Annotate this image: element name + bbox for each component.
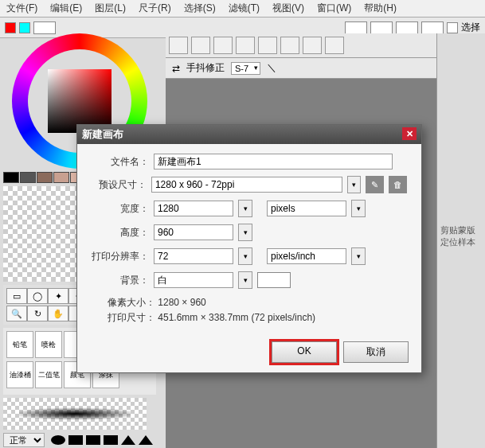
palette-swatch[interactable] <box>20 172 36 183</box>
brush-airbrush[interactable]: 喷枪 <box>35 331 62 358</box>
stabilize-dropdown[interactable]: S-7 <box>231 62 260 75</box>
res-label: 打印分辨率： <box>92 250 149 263</box>
preset-label: 预设尺寸： <box>92 178 147 192</box>
tool-lasso[interactable]: ◯ <box>27 288 48 304</box>
clip-mask-label: 剪贴蒙版 <box>440 224 482 236</box>
filename-input[interactable] <box>154 154 393 169</box>
wbtn-8[interactable] <box>325 37 344 54</box>
res-input[interactable] <box>154 248 233 264</box>
preset-dropdown-icon[interactable]: ▾ <box>347 176 361 193</box>
width-label: 宽度： <box>92 202 149 216</box>
ok-button[interactable]: OK <box>272 341 337 363</box>
brush-bucket[interactable]: 油漆桶 <box>6 361 33 388</box>
bg-color-swatch[interactable] <box>257 272 291 288</box>
width-unit-dropdown-icon[interactable]: ▾ <box>351 200 366 217</box>
select-checkbox[interactable] <box>447 22 458 33</box>
dialog-titlebar[interactable]: 新建画布 ✕ <box>77 125 421 144</box>
wbtn-6[interactable] <box>280 37 299 54</box>
height-spin-icon[interactable]: ▾ <box>238 224 252 241</box>
brush-binary[interactable]: 二值笔 <box>35 361 62 388</box>
unit-label: 定位样本 <box>440 236 482 248</box>
shape-2[interactable] <box>68 435 83 445</box>
shape-5[interactable] <box>121 435 135 445</box>
palette-swatch[interactable] <box>3 172 19 183</box>
preset-1[interactable] <box>345 21 367 34</box>
printsize-value: 451.6mm × 338.7mm (72 pixels/inch) <box>158 312 315 323</box>
menu-help[interactable]: 帮助(H) <box>364 2 397 15</box>
tool-rect-select[interactable]: ▭ <box>6 288 27 304</box>
right-panel: 剪贴蒙版 定位样本 <box>436 33 485 448</box>
bg-input[interactable] <box>154 272 233 288</box>
blend-mode[interactable]: 正常 <box>3 433 45 447</box>
res-spin-icon[interactable]: ▾ <box>238 247 252 265</box>
brush-pencil[interactable]: 铅笔 <box>6 331 33 358</box>
wbtn-1[interactable] <box>169 37 188 54</box>
width-unit-input[interactable] <box>267 201 346 216</box>
stabilize-label: 手抖修正 <box>186 61 225 75</box>
preset-3[interactable] <box>396 21 418 34</box>
menu-filter[interactable]: 滤镜(T) <box>229 2 260 15</box>
height-input[interactable] <box>154 224 233 240</box>
line-icon[interactable]: ＼ <box>267 61 276 75</box>
nav-left-icon[interactable]: ⇄ <box>172 63 180 74</box>
menu-layer[interactable]: 图层(L) <box>95 2 126 15</box>
wbtn-2[interactable] <box>191 37 210 54</box>
res-unit-dropdown-icon[interactable]: ▾ <box>351 247 366 265</box>
tool-wand[interactable]: ✦ <box>48 288 68 304</box>
preset-delete-icon[interactable]: 🗑 <box>389 176 407 193</box>
bg-dropdown-icon[interactable]: ▾ <box>238 271 252 289</box>
new-canvas-dialog: 新建画布 ✕ 文件名： 预设尺寸： ▾ ✎ 🗑 宽度： ▾ ▾ 高度： ▾ 打印… <box>76 124 422 373</box>
bg-label: 背景： <box>92 274 149 287</box>
tool-zoom[interactable]: 🔍 <box>6 306 27 321</box>
wbtn-4[interactable] <box>236 37 255 54</box>
menu-select[interactable]: 选择(S) <box>184 2 216 15</box>
close-icon[interactable]: ✕ <box>402 127 417 140</box>
width-input[interactable] <box>154 201 233 216</box>
wbtn-5[interactable] <box>258 37 277 54</box>
shape-3[interactable] <box>86 435 100 445</box>
tool-hand[interactable]: ✋ <box>48 306 68 321</box>
preset-4[interactable] <box>421 21 444 34</box>
preset-2[interactable] <box>370 21 393 34</box>
printsize-label: 打印尺寸： <box>108 312 155 323</box>
preset-tool-icon[interactable]: ✎ <box>366 176 384 193</box>
width-spin-icon[interactable]: ▾ <box>238 200 252 217</box>
shape-6[interactable] <box>139 435 153 445</box>
height-label: 高度： <box>92 226 149 240</box>
wbtn-3[interactable] <box>213 37 233 54</box>
shape-4[interactable] <box>104 435 118 445</box>
menu-view[interactable]: 视图(V) <box>272 2 304 15</box>
preset-input[interactable] <box>151 177 342 193</box>
brush-shapes <box>51 435 153 445</box>
menu-window[interactable]: 窗口(W) <box>317 2 351 15</box>
pxsize-value: 1280 × 960 <box>158 297 205 308</box>
menu-bar: 文件(F) 编辑(E) 图层(L) 尺子(R) 选择(S) 滤镜(T) 视图(V… <box>0 0 485 18</box>
brush-stroke-preview <box>3 398 147 430</box>
menu-file[interactable]: 文件(F) <box>6 2 37 15</box>
palette-swatch[interactable] <box>53 172 69 183</box>
filename-label: 文件名： <box>92 155 149 169</box>
tool-rotate[interactable]: ↻ <box>27 306 48 321</box>
cancel-button[interactable]: 取消 <box>343 341 409 363</box>
menu-edit[interactable]: 编辑(E) <box>50 2 82 15</box>
shape-1[interactable] <box>51 435 65 445</box>
menu-ruler[interactable]: 尺子(R) <box>139 2 171 15</box>
res-unit-input[interactable] <box>267 248 346 264</box>
dialog-title: 新建画布 <box>82 127 123 142</box>
wbtn-7[interactable] <box>303 37 322 54</box>
pxsize-label: 像素大小： <box>108 297 155 308</box>
select-label: 选择 <box>461 21 480 34</box>
palette-swatch[interactable] <box>37 172 53 183</box>
